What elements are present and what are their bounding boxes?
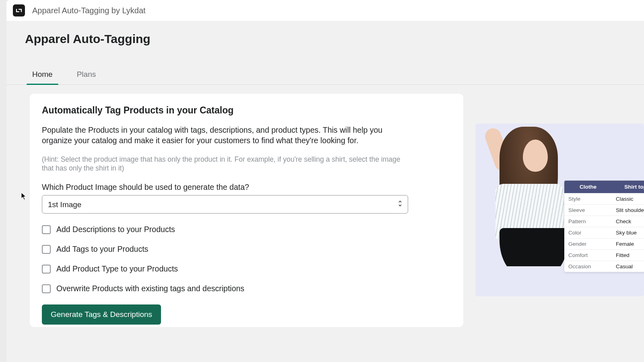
checkbox-add-descriptions-label[interactable]: Add Descriptions to your Products: [56, 225, 175, 234]
app-logo-icon: [13, 4, 25, 16]
checkbox-add-tags-label[interactable]: Add Tags to your Products: [56, 245, 148, 254]
tag-value: Classic: [612, 193, 644, 204]
tag-value: Sky blue: [612, 227, 644, 238]
card-heading: Automatically Tag Products in your Catal…: [42, 105, 451, 116]
checkbox-add-product-type[interactable]: [42, 265, 51, 274]
image-select-label: Which Product Image should be used to ge…: [42, 183, 451, 192]
page-title: Apparel Auto-Tagging: [6, 32, 644, 46]
example-tags-card: Clothe Shirt top StyleClassic SleeveSlit…: [564, 181, 644, 272]
main-card: Automatically Tag Products in your Catal…: [30, 94, 463, 327]
app-topbar: Apparel Auto-Tagging by Lykdat: [6, 0, 644, 21]
tag-value: Slit shoulder: [612, 205, 644, 216]
tag-key: Occasion: [564, 261, 612, 272]
tag-value: Female: [612, 239, 644, 249]
tab-home[interactable]: Home: [20, 64, 65, 84]
example-tags-header-left: Clothe: [564, 181, 612, 193]
tag-key: Comfort: [564, 250, 612, 261]
tag-key: Gender: [564, 239, 612, 249]
checkbox-overwrite-label[interactable]: Overwrite Products with existing tags an…: [56, 284, 244, 293]
tabs: Home Plans: [6, 64, 644, 85]
card-description: Populate the Products in your catalog wi…: [42, 125, 404, 146]
checkbox-overwrite[interactable]: [42, 284, 51, 293]
checkbox-add-product-type-label[interactable]: Add Product Type to your Products: [56, 264, 178, 274]
tag-value: Casual: [612, 261, 644, 272]
tag-key: Style: [564, 193, 612, 204]
tag-key: Sleeve: [564, 205, 612, 216]
checkbox-add-tags[interactable]: [42, 245, 51, 254]
generate-button[interactable]: Generate Tags & Descriptions: [42, 304, 161, 325]
example-panel: Clothe Shirt top StyleClassic SleeveSlit…: [475, 123, 644, 296]
tag-value: Check: [612, 216, 644, 227]
tag-value: Fitted: [612, 250, 644, 261]
card-hint: (Hint: Select the product image that has…: [42, 155, 404, 173]
tag-key: Pattern: [564, 216, 612, 227]
example-tags-header-right: Shirt top: [612, 181, 644, 193]
image-select[interactable]: 1st Image: [42, 195, 408, 214]
checkbox-add-descriptions[interactable]: [42, 225, 51, 234]
tag-key: Color: [564, 227, 612, 238]
tab-plans[interactable]: Plans: [65, 64, 108, 84]
app-name: Apparel Auto-Tagging by Lykdat: [32, 6, 146, 15]
